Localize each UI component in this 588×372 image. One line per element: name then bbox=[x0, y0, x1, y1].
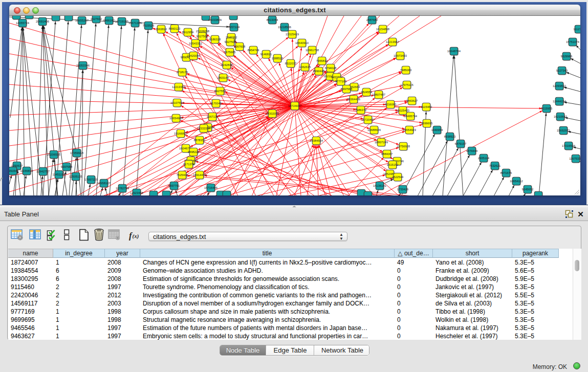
citation-network-graph[interactable]: 1405572420691406106552671527602646616010… bbox=[9, 16, 580, 195]
cell-pagerank: 5.5E–5 bbox=[512, 291, 558, 299]
graph-node-label: 16210643 bbox=[554, 115, 567, 118]
scrollbar-thumb[interactable] bbox=[575, 260, 579, 271]
network-canvas[interactable]: 1405572420691406106552671527602646616010… bbox=[9, 16, 580, 195]
resize-grip-icon[interactable] bbox=[574, 189, 580, 195]
graph-node-label: 18495794 bbox=[404, 115, 418, 118]
table-row[interactable]: 969969511998Structural magnetic resonanc… bbox=[8, 316, 566, 324]
column-header-out_de[interactable]: △ out_de… bbox=[395, 249, 433, 258]
column-header-title[interactable]: title bbox=[140, 249, 395, 258]
cell-title: Embryonic stem cells: a model to study s… bbox=[140, 332, 394, 340]
graph-nodes: 1405572420691406106552671527602646616010… bbox=[9, 16, 580, 195]
cell-year: 2012 bbox=[105, 291, 139, 299]
graph-node-label: 17016504 bbox=[562, 144, 576, 147]
table-row[interactable]: 2242004622012Investigating the contribut… bbox=[8, 291, 566, 299]
table-row[interactable]: 1830029562008Estimation of significance … bbox=[8, 275, 566, 283]
cell-pagerank: 5.3E–5 bbox=[512, 283, 558, 291]
graph-node-label: 15692971 bbox=[557, 129, 570, 132]
graph-node[interactable] bbox=[25, 16, 33, 19]
select-columns-icon[interactable] bbox=[47, 229, 58, 243]
cell-name: 9115460 bbox=[8, 283, 52, 291]
cell-short: Hescheler et al. (1997) bbox=[433, 332, 511, 340]
cell-short: Wolkin et al. (1998) bbox=[433, 316, 511, 324]
close-panel-icon[interactable]: ✕ bbox=[577, 210, 584, 218]
graph-node-label: 10655267 bbox=[75, 19, 89, 22]
cell-short: Nakamura et al. (1997) bbox=[433, 324, 511, 332]
cell-short: Franke et al. (2009) bbox=[433, 267, 511, 275]
table-row[interactable]: 977716911998Corpus callosum shape and si… bbox=[8, 308, 566, 316]
new-table-icon[interactable] bbox=[78, 229, 90, 243]
graph-node[interactable] bbox=[534, 191, 542, 195]
graph-node-label: 10543352 bbox=[189, 42, 202, 45]
graph-node-label: 2887682 bbox=[366, 18, 378, 21]
table-row[interactable]: 1938455462009Genome–wide association stu… bbox=[8, 267, 566, 275]
column-header-pagerank[interactable]: pagerank bbox=[512, 249, 559, 258]
column-header-in_degree[interactable]: in_degree bbox=[53, 249, 105, 258]
cell-year: 2003 bbox=[105, 299, 139, 308]
graph-node-label: 1733426 bbox=[397, 188, 409, 191]
table-row[interactable]: 1456911722003Disruption of a novel membe… bbox=[8, 299, 566, 308]
table-select-dropdown[interactable]: citations_edges.txt ▲▼ bbox=[148, 232, 347, 241]
column-header-short[interactable]: short bbox=[433, 249, 512, 258]
graph-node[interactable] bbox=[12, 16, 20, 19]
graph-node-label: 8878352 bbox=[194, 139, 206, 142]
graph-node-label: 9777169 bbox=[335, 80, 347, 83]
graph-node-label: 16782759 bbox=[116, 187, 129, 190]
table-settings-icon[interactable] bbox=[11, 229, 23, 243]
graph-node-label: 16914479 bbox=[193, 173, 206, 177]
cell-out_de: 0 bbox=[395, 324, 432, 332]
delete-rows-icon[interactable] bbox=[93, 228, 105, 243]
table-row[interactable]: 1872400712008Changes of HCN gene express… bbox=[8, 258, 566, 267]
graph-node-label: 9329966 bbox=[561, 55, 573, 58]
row-height-icon[interactable] bbox=[64, 229, 70, 243]
node-table[interactable]: namein_degreeyeartitle△ out_de…shortpage… bbox=[8, 249, 581, 340]
graph-node-label: 18302095 bbox=[266, 112, 279, 115]
frame-handle-icon bbox=[0, 177, 3, 182]
graph-node-label: 1112744 bbox=[573, 28, 580, 31]
function-builder-icon[interactable]: f (x) bbox=[128, 230, 141, 243]
graph-node[interactable] bbox=[149, 191, 158, 195]
float-panel-icon[interactable] bbox=[565, 210, 574, 218]
tab-node-table[interactable]: Node Table bbox=[220, 345, 266, 356]
graph-node[interactable] bbox=[223, 191, 231, 195]
graph-node-label: 11675332 bbox=[569, 157, 580, 160]
tab-edge-table[interactable]: Edge Table bbox=[267, 345, 314, 356]
table-vertical-scrollbar[interactable] bbox=[573, 249, 581, 340]
cell-year: 2008 bbox=[105, 258, 139, 267]
cell-name: 9699695 bbox=[8, 316, 52, 324]
graph-node-label: 9245652 bbox=[522, 188, 534, 191]
graph-node[interactable] bbox=[52, 16, 60, 21]
graph-node-label: 2522544 bbox=[392, 176, 404, 179]
delete-table-icon[interactable] bbox=[108, 229, 120, 243]
graph-node-label: 9884067 bbox=[381, 152, 393, 156]
table-row[interactable]: 946362711997Embryonic stem cells: a mode… bbox=[8, 332, 566, 340]
memory-indicator-dot[interactable] bbox=[573, 362, 580, 369]
graph-node-label: 6216060 bbox=[385, 103, 397, 106]
cell-short: de Silva et al. (2003) bbox=[433, 299, 511, 308]
graph-node[interactable] bbox=[229, 16, 237, 20]
graph-node[interactable] bbox=[162, 191, 170, 195]
cell-name: 9465546 bbox=[8, 324, 52, 332]
table-row[interactable]: 911546021997Tourette syndrome. Phenomeno… bbox=[8, 283, 566, 291]
graph-node[interactable] bbox=[64, 16, 73, 21]
cell-in_degree: 1 bbox=[53, 332, 104, 340]
graph-node[interactable] bbox=[364, 191, 372, 195]
column-header-year[interactable]: year bbox=[105, 249, 140, 258]
cell-pagerank: 5.3E–5 bbox=[512, 308, 558, 316]
graph-node-label: 9115460 bbox=[421, 105, 432, 108]
graph-node-label: 10958107 bbox=[97, 182, 111, 185]
graph-node-label: 12444154 bbox=[553, 100, 567, 103]
graph-node-label: 3498222 bbox=[188, 150, 200, 154]
network-window-titlebar[interactable]: citations_edges.txt bbox=[9, 5, 580, 16]
table-row[interactable]: 946554611997Estimation of the future num… bbox=[8, 324, 566, 332]
cell-title: Structural magnetic resonance image aver… bbox=[140, 316, 394, 324]
cell-year: 1997 bbox=[105, 324, 139, 332]
column-header-name[interactable]: name bbox=[8, 249, 53, 258]
graph-node-label: 7632621 bbox=[489, 164, 501, 167]
graph-node-label: 3824554 bbox=[361, 91, 373, 94]
cell-out_de: 0 bbox=[395, 267, 432, 275]
table-toolbar: citations_edges.txt ▲▼ bbox=[10, 228, 578, 244]
tab-network-table[interactable]: Network Table bbox=[315, 345, 369, 356]
graph-node-label: 8427552 bbox=[214, 90, 226, 93]
cell-pagerank: 5.9E–5 bbox=[512, 275, 558, 283]
show-columns-icon[interactable] bbox=[29, 229, 41, 243]
